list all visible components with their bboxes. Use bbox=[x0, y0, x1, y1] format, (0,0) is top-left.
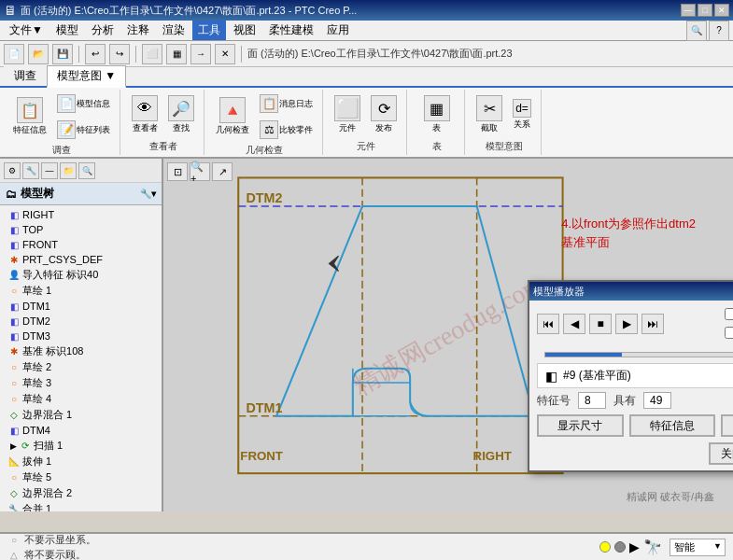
tree-item-dtm3[interactable]: ◧ DTM3 bbox=[0, 329, 162, 343]
tab-model-intent[interactable]: 模型意图 ▼ bbox=[47, 65, 126, 88]
tree-item-top[interactable]: ◧ TOP bbox=[0, 222, 162, 237]
feature-info-btn[interactable]: 📋 特征信息 bbox=[9, 94, 50, 139]
x-btn[interactable]: ✕ bbox=[215, 44, 235, 64]
tree-item-sweep1[interactable]: ▶ ⟳ 扫描 1 bbox=[0, 438, 162, 454]
table-btn[interactable]: ▦ 表 bbox=[420, 92, 454, 137]
tree-item-merge1[interactable]: 🔧 合并 1 bbox=[0, 501, 162, 511]
annotation-line2: 基准平面 bbox=[561, 233, 696, 252]
boundary2-icon: ◇ bbox=[7, 487, 21, 500]
geo-check-action-btn[interactable]: 几何检查... bbox=[721, 414, 733, 437]
tree-item-datum108[interactable]: ✱ 基准 标识108 bbox=[0, 343, 162, 359]
open-btn[interactable]: 📂 bbox=[28, 44, 49, 64]
dialog-title-bar: 模型播放器 — □ ✕ bbox=[529, 282, 733, 301]
tree-item-boundary1[interactable]: ◇ 边界混合 1 bbox=[0, 407, 162, 423]
new-btn[interactable]: 📄 bbox=[4, 44, 24, 64]
zoom-fit-btn[interactable]: ⊡ bbox=[167, 162, 188, 181]
tree-item-import[interactable]: 👤 导入特征 标识40 bbox=[0, 267, 162, 283]
tree-item-sketch1[interactable]: ○ 草绘 1 bbox=[0, 283, 162, 299]
view-btn1[interactable]: ⬜ bbox=[142, 44, 162, 64]
tab-survey[interactable]: 调查 bbox=[4, 65, 47, 86]
find-btn[interactable]: 🔎 查找 bbox=[164, 92, 198, 137]
model-info-btn[interactable]: 📄 模型信息 bbox=[53, 91, 114, 116]
tree-folder-btn[interactable]: 📁 bbox=[60, 162, 77, 179]
maximize-button[interactable]: □ bbox=[698, 4, 712, 17]
menu-render[interactable]: 渲染 bbox=[157, 21, 190, 40]
menu-file[interactable]: 文件▼ bbox=[4, 21, 49, 40]
smart-mode-dropdown[interactable]: 智能 ▼ bbox=[670, 539, 726, 556]
group-misc-content: ✂ 截取 d= 关系 bbox=[472, 91, 535, 138]
tree-item-boundary2[interactable]: ◇ 边界混合 2 bbox=[0, 485, 162, 501]
zoom-in-btn[interactable]: 🔍+ bbox=[190, 162, 210, 181]
right-plane-icon: ◧ bbox=[7, 208, 21, 221]
help-btn[interactable]: ? bbox=[709, 21, 729, 41]
msg-log-btn[interactable]: 📋 消息日志 bbox=[256, 91, 317, 116]
relation-btn[interactable]: d= 关系 bbox=[509, 96, 535, 133]
feature-row-label: #9 (基准平面) bbox=[563, 368, 631, 384]
tree-toggle[interactable]: 🔧▾ bbox=[140, 189, 156, 199]
player-slider-track bbox=[545, 353, 622, 357]
viewer-btn[interactable]: 👁 查看者 bbox=[128, 92, 162, 137]
player-rewind-btn[interactable]: ⏮ bbox=[537, 314, 559, 334]
menu-analysis[interactable]: 分析 bbox=[86, 21, 120, 40]
player-slider[interactable] bbox=[544, 352, 733, 357]
tree-item-sketch2[interactable]: ○ 草绘 2 bbox=[0, 359, 162, 375]
sweep1-expand[interactable]: ▶ bbox=[7, 441, 19, 451]
redo-btn[interactable]: ↪ bbox=[109, 44, 130, 64]
menu-model[interactable]: 模型 bbox=[50, 21, 84, 40]
menu-apply[interactable]: 应用 bbox=[321, 21, 355, 40]
feature-list-btn[interactable]: 📝 特征列表 bbox=[53, 118, 114, 142]
player-end-btn[interactable]: ⏭ bbox=[641, 314, 664, 334]
tree-settings-btn[interactable]: ⚙ bbox=[4, 162, 21, 179]
component-btn[interactable]: ⬜ 元件 bbox=[331, 92, 364, 137]
arrow-btn[interactable]: → bbox=[190, 44, 211, 64]
compare-btn[interactable]: ⚖ 比较零件 bbox=[256, 118, 317, 142]
tree-item-sketch5[interactable]: ○ 草绘 5 bbox=[0, 469, 162, 485]
group-table-content: ▦ 表 bbox=[420, 91, 454, 138]
close-button[interactable]: ✕ bbox=[714, 4, 729, 17]
tree-item-right-label: RIGHT bbox=[22, 209, 54, 220]
dialog-close-button[interactable]: 关闭 bbox=[709, 442, 733, 465]
tree-search-btn[interactable]: 🔍 bbox=[78, 162, 95, 179]
minimize-button[interactable]: — bbox=[681, 4, 696, 17]
title-bar-left: 🖥 面 (活动的) E:\Creo工作目录\工作文件\0427\散面\面.prt… bbox=[4, 3, 357, 18]
sketch2-icon: ○ bbox=[7, 361, 21, 374]
tree-item-dtm4[interactable]: ◧ DTM4 bbox=[0, 423, 162, 438]
tree-item-sketch4[interactable]: ○ 草绘 4 bbox=[0, 391, 162, 407]
player-play-btn[interactable]: ▶ bbox=[615, 314, 638, 334]
player-prev-btn[interactable]: ◀ bbox=[563, 314, 585, 334]
menu-flexible[interactable]: 柔性建模 bbox=[263, 21, 319, 40]
view-btn2[interactable]: ▦ bbox=[166, 44, 187, 64]
undo-btn[interactable]: ↩ bbox=[85, 44, 106, 64]
status-indicators: ▶ 🔭 bbox=[599, 539, 662, 556]
publish-btn[interactable]: ⟳ 发布 bbox=[367, 92, 401, 137]
tree-item-csys[interactable]: ✱ PRT_CSYS_DEF bbox=[0, 252, 162, 267]
ribbon-group-geo: 🔺 几何检查 📋 消息日志 ⚖ 比较零件 几何检查 bbox=[206, 90, 323, 155]
menu-notes[interactable]: 注释 bbox=[121, 21, 155, 40]
save-btn[interactable]: 💾 bbox=[52, 44, 73, 64]
ribbon-group-inspect: 👁 查看者 🔎 查找 查看者 bbox=[122, 90, 204, 155]
tree-filter-btn[interactable]: 🔧 bbox=[22, 162, 39, 179]
player-stop-btn[interactable]: ■ bbox=[589, 314, 612, 334]
tree-item-sketch3[interactable]: ○ 草绘 3 bbox=[0, 375, 162, 391]
tree-expand-btn[interactable]: — bbox=[41, 162, 58, 179]
checkbox-regen-input[interactable] bbox=[725, 308, 733, 320]
tree-item-extrude1[interactable]: 📐 拔伸 1 bbox=[0, 454, 162, 469]
zoom-custom-btn[interactable]: ↗ bbox=[212, 162, 233, 181]
tree-item-right[interactable]: ◧ RIGHT bbox=[0, 207, 162, 222]
status-messages: ○ 不要示显坐系。 △ 将不要示顾。 bbox=[7, 533, 96, 561]
svg-text:RIGHT: RIGHT bbox=[473, 449, 512, 463]
tree-item-dtm2[interactable]: ◧ DTM2 bbox=[0, 314, 162, 329]
canvas-toolbar: ⊡ 🔍+ ↗ bbox=[167, 162, 233, 181]
show-dims-btn[interactable]: 显示尺寸 bbox=[537, 414, 624, 437]
tree-item-dtm1[interactable]: ◧ DTM1 bbox=[0, 299, 162, 314]
feature-info-action-btn[interactable]: 特征信息 bbox=[629, 414, 716, 437]
feature-info-label: 特征信息 bbox=[13, 124, 47, 136]
search-btn[interactable]: 🔍 bbox=[686, 21, 707, 41]
menu-view[interactable]: 视图 bbox=[228, 21, 261, 40]
menu-tools[interactable]: 工具 bbox=[192, 21, 226, 40]
dialog-top-row: ⏮ ◀ ■ ▶ ⏭ 重新生成特征 显示每个特 bbox=[537, 306, 733, 346]
clip-btn[interactable]: ✂ 截取 bbox=[472, 92, 506, 137]
checkbox-show-each-input[interactable] bbox=[725, 327, 733, 339]
geo-check-btn[interactable]: 🔺 几何检查 bbox=[212, 94, 253, 139]
tree-item-front[interactable]: ◧ FRONT bbox=[0, 237, 162, 252]
